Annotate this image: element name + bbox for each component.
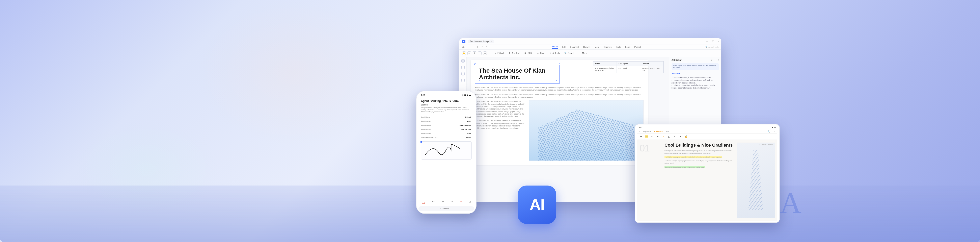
redo-icon[interactable]: ↷ [485, 46, 488, 49]
ai-tools-button[interactable]: ✦AI Tools [547, 51, 561, 55]
tablet-search-icon[interactable]: 🔍 [768, 131, 770, 132]
ai-sidebar-title: AI Sidebar [671, 59, 681, 61]
ocr-button[interactable]: ▦OCR [523, 51, 533, 55]
tower-illustration [748, 150, 763, 210]
ai-close-icon[interactable]: × [718, 59, 719, 61]
add-text-button[interactable]: TAdd Text [507, 51, 521, 55]
pdf-page: The Sea House Of Klan Architects Inc. Na… [471, 60, 648, 165]
pen-icon[interactable]: ✎ [662, 135, 665, 139]
undo-icon[interactable]: ↶ [480, 46, 484, 49]
ai-icon: ✦ [549, 52, 552, 55]
minimize-icon[interactable]: — [706, 40, 708, 43]
paragraph-2: Klan Architects Inc., is a mid-sized arc… [475, 93, 644, 99]
menu-view[interactable]: View [595, 46, 599, 48]
tablet-para-2: Additional descriptive paragraph text re… [665, 160, 734, 164]
decorative-letter: A [780, 186, 802, 220]
shape-icon[interactable]: ○ [673, 135, 676, 139]
tab-organize[interactable]: Organize [643, 131, 651, 132]
signal-icon: ▮▮▮ [462, 94, 466, 96]
menu-form[interactable]: Form [625, 46, 630, 48]
attachments-icon[interactable] [461, 72, 465, 75]
menu-tools[interactable]: Tools [616, 46, 621, 48]
highlight-tool-icon[interactable]: 〰 [478, 51, 482, 55]
layers-icon[interactable] [461, 79, 465, 82]
thumbnails-icon[interactable] [461, 59, 465, 62]
tab-comment[interactable]: Comment [654, 131, 663, 132]
text-style-3[interactable]: Aa [441, 201, 444, 203]
document-tab[interactable]: Sea House of Klan.pdf × [468, 40, 494, 43]
tablet-para-1: Lorem ipsum dolor sit amet consectetur a… [665, 150, 734, 154]
more-icon: ⋯ [578, 52, 581, 55]
tablet-annotation-toolbar: ▭ ▬ U S ✎ ◫ ○ ✓ ✍ [637, 134, 777, 140]
toolbar: ✋ ▭ ⊕ 〰 ◇ ✎Edit All TAdd Text ▦OCR ✂Crop… [460, 49, 721, 57]
greeting: Dear Sir, [421, 104, 472, 106]
strikethrough-icon[interactable]: S [656, 135, 660, 139]
pen-tool-icon[interactable]: ✎ [460, 201, 462, 203]
ai-prompt-bubble: Hello! If you have any questions about t… [671, 63, 719, 70]
zoom-tool-icon[interactable]: ⊕ [473, 51, 476, 55]
menu-file[interactable]: File [462, 46, 465, 48]
building-image [529, 100, 644, 161]
menu-search[interactable]: 🔍 Search tools [705, 46, 719, 48]
text-style-2[interactable]: Aa [432, 201, 434, 203]
battery-icon: ▬ [469, 94, 471, 96]
note-icon[interactable]: ▭ [639, 135, 643, 139]
signature-icon[interactable]: ✍ [684, 135, 688, 139]
hand-tool-icon[interactable]: ✋ [462, 51, 466, 55]
ai-expand-icon[interactable]: ⤢ [711, 59, 713, 61]
menu-organize[interactable]: Organize [603, 46, 612, 48]
ai-bullet-2: Exceptionally talented and experienced s… [671, 79, 719, 84]
menu-comment[interactable]: Comment [570, 46, 579, 48]
tablet-document[interactable]: 01 Cool Buildings & Nice Gradients Lorem… [637, 140, 777, 221]
tablet-back-icon[interactable]: ‹ [639, 131, 640, 132]
select-tool-icon[interactable]: ▭ [468, 51, 471, 55]
phone-document[interactable]: Agent Banking Details Form Dear Sir, Kin… [418, 97, 474, 197]
phone-time: 9:41 [421, 94, 425, 96]
maximize-icon[interactable]: ☐ [712, 40, 714, 43]
search-button[interactable]: 🔍Search [563, 51, 576, 55]
print-icon[interactable]: ⎙ [476, 46, 479, 49]
banking-table: Bank NameCitibank Bank BranchU.S.A Bank … [421, 115, 472, 139]
close-tab-icon[interactable]: × [491, 41, 492, 43]
menu-protect[interactable]: Protect [634, 46, 641, 48]
window-controls: — ☐ × [706, 40, 719, 43]
eraser-icon[interactable]: ◫ [667, 135, 671, 139]
menu-edit[interactable]: Edit [562, 46, 566, 48]
selected-text-box[interactable]: The Sea House Of Klan Architects Inc. [475, 64, 560, 83]
tab-edit[interactable]: Edit [666, 131, 670, 132]
paragraph-1: Klan Architects Inc., is a mid-sized arc… [475, 86, 644, 91]
wifi-icon: ◈ [467, 94, 468, 96]
stamp-icon[interactable]: ✓ [679, 135, 682, 139]
menu-home[interactable]: Home [552, 46, 558, 49]
info-table: Name Area Space Location The Sea House o… [593, 61, 664, 73]
signature-field[interactable] [421, 142, 472, 159]
eraser-tool-icon[interactable]: ◫ [469, 201, 471, 203]
crop-button[interactable]: ✂Crop [535, 51, 546, 55]
tablet-image-column: The Essential Elements [737, 143, 775, 218]
highlighter-icon[interactable]: ▬ [645, 135, 648, 139]
close-icon[interactable]: × [718, 40, 719, 43]
text-icon: T [508, 52, 511, 55]
menu-convert[interactable]: Convert [583, 46, 590, 48]
text-style-1[interactable]: Aa [422, 199, 425, 204]
form-title: Agent Banking Details Form [421, 99, 472, 103]
tablet-mode-tabs: ‹ Organize Comment Edit 🔍 ⋯ [637, 130, 777, 134]
ai-bullet-3: It relies on photovoltaic panels for ele… [671, 84, 719, 89]
tablet-heading: Cool Buildings & Nice Gradients [665, 143, 734, 148]
section-number: 01 [640, 143, 662, 154]
shape-tool-icon[interactable]: ◇ [483, 51, 487, 55]
ai-minimize-icon[interactable]: — [714, 59, 716, 61]
chevron-down-icon: ⌄ [450, 207, 452, 210]
pencil-icon: ✎ [494, 52, 496, 55]
tablet-more-icon[interactable]: ⋯ [773, 131, 775, 132]
underline-icon[interactable]: U [651, 135, 654, 139]
bookmarks-icon[interactable] [461, 66, 465, 69]
td-location: Westport, Washington, USA [640, 66, 663, 73]
edit-all-button[interactable]: ✎Edit All [493, 51, 505, 55]
tablet-status-bar: 9:41 ◈ ▬ [637, 126, 777, 130]
more-button[interactable]: ⋯More [577, 51, 588, 55]
text-style-4[interactable]: Aa [451, 201, 453, 203]
phone-mode-selector[interactable]: Comment ⌄ [418, 206, 474, 211]
th-area: Area Space [617, 62, 640, 66]
save-icon[interactable]: ▫ [472, 46, 474, 49]
